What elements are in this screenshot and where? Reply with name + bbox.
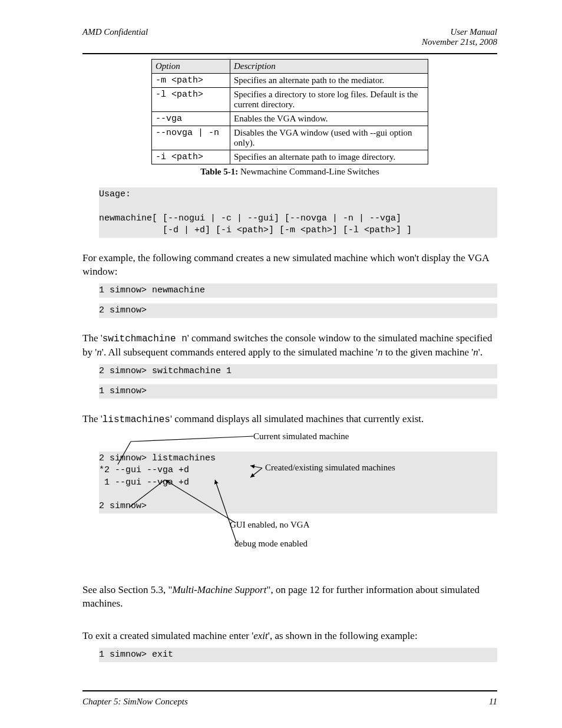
header-right: User Manual November 21st, 2008 — [422, 27, 497, 47]
caption-number: Table 5-1: — [200, 167, 238, 176]
label-debug-mode: debug mode enabled — [234, 539, 308, 549]
newmachine-code-l2: 2 simnow> — [99, 304, 497, 318]
label-current-machine: Current simulated machine — [253, 431, 349, 442]
footer-left: Chapter 5: SimNow Concepts — [82, 697, 188, 707]
svg-line-1 — [131, 436, 253, 442]
inline-code: listmachines — [103, 414, 170, 425]
listmachines-code: 2 simnow> listmachines *2 --gui --vga +d… — [99, 452, 497, 513]
paragraph-listmachines: The 'listmachines' command displays all … — [82, 413, 497, 427]
header-left: AMD Confidential — [82, 27, 148, 47]
label-created-machines: Created/existing simulated machines — [265, 463, 406, 473]
paragraph: For example, the following command creat… — [82, 252, 497, 279]
header-rule — [82, 53, 497, 54]
table-row: --novga | -n Disables the VGA window (us… — [152, 126, 428, 150]
listmachines-diagram: 2 simnow> listmachines *2 --gui --vga +d… — [82, 431, 497, 579]
table-row: --vga Enables the VGA window. — [152, 112, 428, 126]
options-table: Option Description -m <path> Specifies a… — [151, 59, 428, 164]
footer-rule — [82, 690, 497, 691]
header: AMD Confidential User Manual November 21… — [82, 27, 497, 47]
table-header-row: Option Description — [152, 60, 428, 74]
table-row: -m <path> Specifies an alternate path to… — [152, 74, 428, 88]
table-row: -i <path> Specifies an alternate path to… — [152, 150, 428, 164]
opt-cell: --novga | -n — [152, 126, 230, 150]
caption-text: Newmachine Command-Line Switches — [238, 167, 379, 176]
desc-cell: Specifies a directory to store log files… — [230, 88, 428, 112]
section-link[interactable]: Multi-Machine Support — [172, 584, 266, 595]
col-option: Option — [152, 60, 230, 74]
desc-cell: Specifies an alternate path to the media… — [230, 74, 428, 88]
exit-code: 1 simnow> exit — [99, 648, 497, 662]
inline-italic: exit — [253, 630, 268, 641]
footer-right: 11 — [489, 697, 497, 707]
see-also: See also Section 5.3, "Multi-Machine Sup… — [82, 584, 497, 611]
opt-cell: --vga — [152, 112, 230, 126]
paragraph-switchmachine: The 'switchmachine n' command switches t… — [82, 332, 497, 360]
table-row: -l <path> Specifies a directory to store… — [152, 88, 428, 112]
label-gui-novga: GUI enabled, no VGA — [230, 520, 310, 530]
inline-code: switchmachine n — [103, 334, 187, 344]
table-caption: Table 5-1: Newmachine Command-Line Switc… — [82, 167, 497, 177]
col-description: Description — [230, 60, 428, 74]
switch-code-l1: 2 simnow> switchmachine 1 — [99, 364, 497, 378]
newmachine-code-l1: 1 simnow> newmachine — [99, 284, 497, 298]
page-content: Option Description -m <path> Specifies a… — [82, 59, 497, 687]
switch-code-l2: 1 simnow> — [99, 384, 497, 398]
opt-cell: -m <path> — [152, 74, 230, 88]
paragraph-exit: To exit a created simulated machine ente… — [82, 630, 497, 643]
opt-cell: -i <path> — [152, 150, 230, 164]
footer: Chapter 5: SimNow Concepts 11 — [82, 697, 497, 707]
desc-cell: Specifies an alternate path to image dir… — [230, 150, 428, 164]
desc-cell: Enables the VGA window. — [230, 112, 428, 126]
opt-cell: -l <path> — [152, 88, 230, 112]
usage-code: Usage: newmachine[ [--nogui | -c | --gui… — [99, 187, 497, 238]
desc-cell: Disables the VGA window (used with --gui… — [230, 126, 428, 150]
